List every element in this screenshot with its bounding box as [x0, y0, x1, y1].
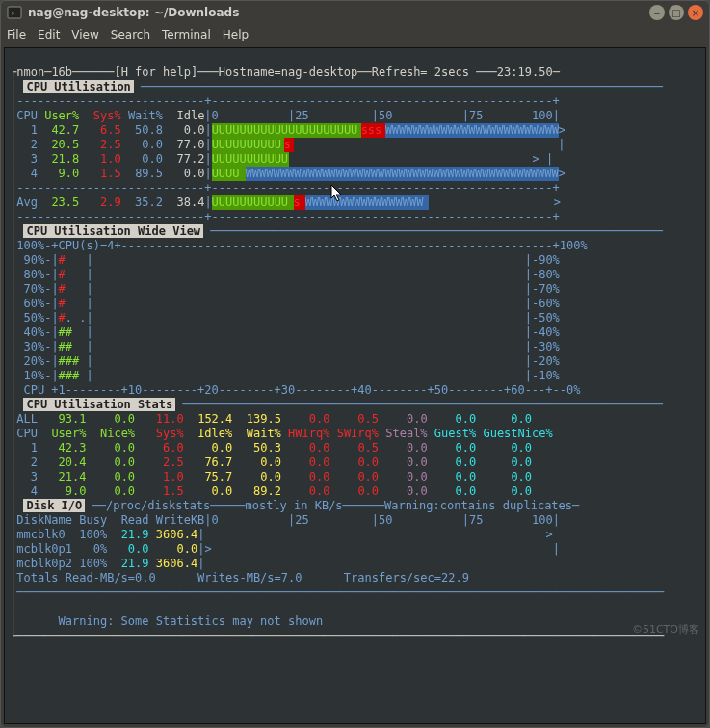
menu-file[interactable]: File: [7, 28, 26, 41]
watermark-text: ©51CTO博客: [632, 622, 699, 637]
refresh-value: Refresh= 2secs: [372, 65, 469, 79]
scale-75: 75: [469, 109, 483, 122]
cpu-bar-1: UUUUUUUUUUUUUUUUUUUUUsssWWWWWWWWWWWWWWWW…: [212, 123, 559, 138]
col-idle: Idle: [176, 109, 204, 122]
scale-25: 25: [295, 109, 308, 122]
scale-50: 50: [379, 109, 392, 122]
minimize-button[interactable]: ‒: [649, 5, 665, 20]
menubar: File Edit View Search Terminal Help: [1, 24, 709, 45]
disk-totals-xfer: Transfers/sec=22.9: [344, 571, 469, 585]
scale-100: 100: [532, 109, 553, 122]
maximize-button[interactable]: □: [669, 5, 684, 20]
disk-row-name: mmcblk0: [16, 528, 66, 541]
section-disk-io: Disk I/O: [23, 499, 85, 512]
time-value: 23:19.50: [497, 65, 553, 79]
scale-0: 0: [212, 109, 219, 122]
wide-top-left: 100%-+CPU(s)=4+: [16, 239, 120, 252]
hostname-value: nag-desktop: [281, 65, 357, 79]
wide-axis: CPU +1--------+10--------+20--------+30-…: [23, 383, 580, 397]
col-cpu: CPU: [16, 109, 38, 122]
cpu-bar-3: UUUUUUUUUUU: [212, 152, 289, 167]
disk-totals-write: Writes-MB/s=7.0: [197, 571, 302, 585]
section-cpu-wide: CPU Utilisation Wide View: [23, 224, 203, 238]
cpu-bar-4: UUUUWWWWWWWWWWWWWWWWWWWWWWWWWWWWWWWWWWWW…: [212, 167, 559, 181]
window-title: nag@nag-desktop: ~/Downloads: [28, 6, 645, 19]
menu-terminal[interactable]: Terminal: [162, 28, 211, 41]
svg-text:＞: ＞: [10, 9, 17, 17]
close-button[interactable]: ×: [688, 5, 703, 20]
section-cpu-util: CPU Utilisation: [23, 80, 133, 93]
terminal-window: ＞ nag@nag-desktop: ~/Downloads ‒ □ × Fil…: [0, 0, 710, 728]
disk-src: /proc/diskstats: [106, 499, 210, 512]
titlebar[interactable]: ＞ nag@nag-desktop: ~/Downloads ‒ □ ×: [1, 1, 709, 24]
stats-all-label: ALL: [16, 412, 38, 426]
cpu-row-id: 1: [31, 123, 38, 137]
menu-edit[interactable]: Edit: [38, 28, 60, 41]
col-sys: Sys%: [93, 109, 121, 122]
prog-name: nmon: [16, 65, 44, 79]
section-cpu-stats: CPU Utilisation Stats: [23, 398, 175, 411]
menu-help[interactable]: Help: [223, 28, 249, 41]
avg-label: Avg: [16, 195, 38, 209]
col-user: User%: [44, 109, 79, 122]
disk-note2: Warning:contains duplicates: [384, 499, 572, 512]
footer-warning: Warning: Some Statistics may not shown: [59, 614, 324, 628]
terminal-icon: ＞: [7, 5, 22, 20]
terminal-content[interactable]: ┌nmon─16b──────[H for help]───Hostname=n…: [4, 47, 706, 724]
col-wait: Wait%: [128, 109, 163, 122]
menu-view[interactable]: View: [71, 28, 98, 41]
prog-version: 16b: [51, 65, 72, 79]
cpu-bar-2: UUUUUUUUUUs: [212, 138, 294, 152]
cpu-bar-avg: UUUUUUUUUUUsWWWWWWWWWWWWWWWWW: [212, 195, 429, 210]
help-hint: [H for help]: [114, 65, 197, 79]
hostname-label: Hostname=: [219, 65, 281, 79]
menu-search[interactable]: Search: [111, 28, 150, 41]
wide-top-right: +100%: [553, 239, 588, 252]
disk-note1: mostly in KB/s: [245, 499, 342, 512]
disk-totals-read: Totals Read-MB/s=0.0: [16, 571, 156, 585]
